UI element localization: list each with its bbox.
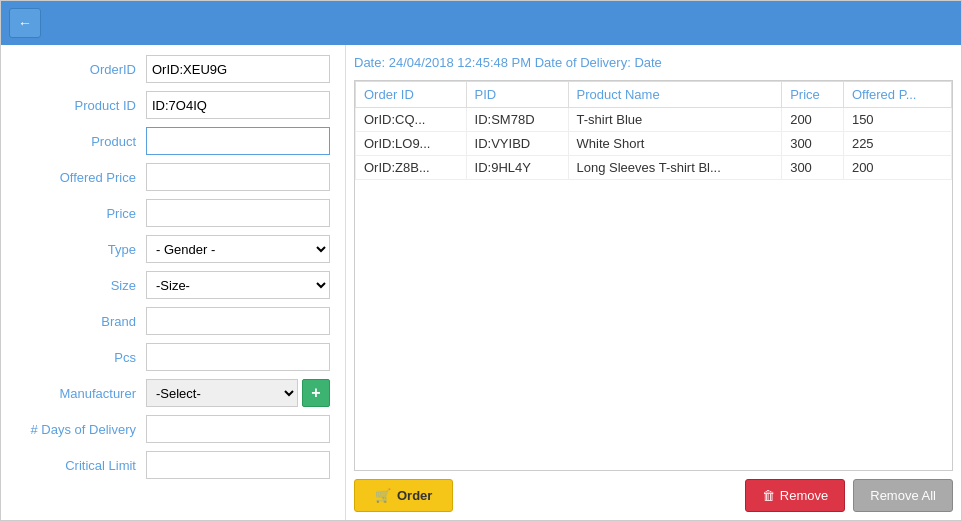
table-cell: OrID:CQ... <box>356 108 467 132</box>
table-cell: 300 <box>782 132 844 156</box>
date-info: Date: 24/04/2018 12:45:48 PM Date of Del… <box>354 53 953 72</box>
productid-row: Product ID <box>16 91 330 119</box>
type-row: Type - Gender - <box>16 235 330 263</box>
col-order-id: Order ID <box>356 82 467 108</box>
left-panel: OrderID Product ID Product Offered Price… <box>1 45 346 520</box>
table-header: Order ID PID Product Name Price Offered … <box>356 82 952 108</box>
size-select[interactable]: -Size- <box>146 271 330 299</box>
remove-all-label: Remove All <box>870 488 936 503</box>
pcs-label: Pcs <box>16 350 146 365</box>
table-cell: 200 <box>843 156 951 180</box>
offered-price-input[interactable] <box>146 163 330 191</box>
table-cell: OrID:Z8B... <box>356 156 467 180</box>
remove-button[interactable]: 🗑 Remove <box>745 479 845 512</box>
offered-price-label: Offered Price <box>16 170 146 185</box>
type-label: Type <box>16 242 146 257</box>
pcs-row: Pcs <box>16 343 330 371</box>
size-label: Size <box>16 278 146 293</box>
table-cell: White Short <box>568 132 782 156</box>
orderid-row: OrderID <box>16 55 330 83</box>
manufacturer-row: Manufacturer -Select- + <box>16 379 330 407</box>
orders-table-container[interactable]: Order ID PID Product Name Price Offered … <box>354 80 953 471</box>
col-price: Price <box>782 82 844 108</box>
remove-all-button[interactable]: Remove All <box>853 479 953 512</box>
table-cell: ID:VYIBD <box>466 132 568 156</box>
back-button[interactable]: ← <box>9 8 41 38</box>
table-cell: 150 <box>843 108 951 132</box>
critical-limit-label: Critical Limit <box>16 458 146 473</box>
product-row: Product <box>16 127 330 155</box>
table-cell: ID:SM78D <box>466 108 568 132</box>
col-product-name: Product Name <box>568 82 782 108</box>
days-row: # Days of Delivery <box>16 415 330 443</box>
table-row[interactable]: OrID:LO9...ID:VYIBDWhite Short300225 <box>356 132 952 156</box>
orders-table: Order ID PID Product Name Price Offered … <box>355 81 952 180</box>
manufacturer-label: Manufacturer <box>16 386 146 401</box>
brand-input[interactable] <box>146 307 330 335</box>
critical-limit-input[interactable] <box>146 451 330 479</box>
top-bar: ← <box>1 1 961 45</box>
product-label: Product <box>16 134 146 149</box>
remove-button-label: Remove <box>780 488 828 503</box>
manufacturer-controls: -Select- + <box>146 379 330 407</box>
price-row: Price <box>16 199 330 227</box>
table-cell: 200 <box>782 108 844 132</box>
order-button[interactable]: 🛒 Order <box>354 479 453 512</box>
right-action-buttons: 🗑 Remove Remove All <box>745 479 953 512</box>
table-cell: 225 <box>843 132 951 156</box>
content: OrderID Product ID Product Offered Price… <box>1 45 961 520</box>
order-button-label: Order <box>397 488 432 503</box>
bottom-buttons: 🛒 Order 🗑 Remove Remove All <box>354 471 953 512</box>
offered-price-row: Offered Price <box>16 163 330 191</box>
table-row[interactable]: OrID:Z8B...ID:9HL4YLong Sleeves T-shirt … <box>356 156 952 180</box>
brand-row: Brand <box>16 307 330 335</box>
add-manufacturer-button[interactable]: + <box>302 379 330 407</box>
table-cell: 300 <box>782 156 844 180</box>
col-offered-price: Offered P... <box>843 82 951 108</box>
productid-label: Product ID <box>16 98 146 113</box>
col-pid: PID <box>466 82 568 108</box>
table-header-row: Order ID PID Product Name Price Offered … <box>356 82 952 108</box>
days-input[interactable] <box>146 415 330 443</box>
table-cell: OrID:LO9... <box>356 132 467 156</box>
critical-limit-row: Critical Limit <box>16 451 330 479</box>
right-panel: Date: 24/04/2018 12:45:48 PM Date of Del… <box>346 45 961 520</box>
days-label: # Days of Delivery <box>16 422 146 437</box>
main-container: ← OrderID Product ID Product Offered Pri… <box>0 0 962 521</box>
type-select[interactable]: - Gender - <box>146 235 330 263</box>
productid-input[interactable] <box>146 91 330 119</box>
size-row: Size -Size- <box>16 271 330 299</box>
product-input[interactable] <box>146 127 330 155</box>
price-label: Price <box>16 206 146 221</box>
price-input[interactable] <box>146 199 330 227</box>
trash-icon: 🗑 <box>762 488 775 503</box>
table-body: OrID:CQ...ID:SM78DT-shirt Blue200150OrID… <box>356 108 952 180</box>
table-cell: Long Sleeves T-shirt Bl... <box>568 156 782 180</box>
cart-icon: 🛒 <box>375 488 391 503</box>
brand-label: Brand <box>16 314 146 329</box>
back-icon: ← <box>18 15 32 31</box>
table-row[interactable]: OrID:CQ...ID:SM78DT-shirt Blue200150 <box>356 108 952 132</box>
plus-icon: + <box>311 384 320 402</box>
table-cell: T-shirt Blue <box>568 108 782 132</box>
orderid-input[interactable] <box>146 55 330 83</box>
pcs-input[interactable] <box>146 343 330 371</box>
orderid-label: OrderID <box>16 62 146 77</box>
table-cell: ID:9HL4Y <box>466 156 568 180</box>
manufacturer-select[interactable]: -Select- <box>146 379 298 407</box>
